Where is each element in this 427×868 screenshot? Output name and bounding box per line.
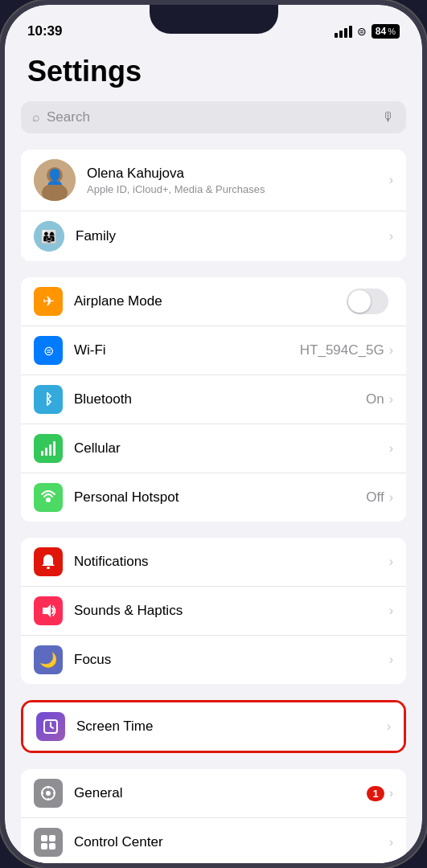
svg-rect-24 — [41, 843, 47, 850]
bluetooth-icon: ᛒ — [34, 385, 63, 414]
wifi-value: HT_594C_5G — [300, 342, 384, 358]
cellular-label: Cellular — [74, 440, 389, 457]
svg-point-10 — [46, 497, 51, 502]
phone-frame: 10:39 ⊜ 84 % Settings ⌕ S — [0, 0, 427, 868]
svg-marker-12 — [43, 604, 51, 617]
screen-time-label: Screen Time — [76, 719, 387, 735]
svg-rect-11 — [47, 567, 50, 569]
wifi-label: Wi-Fi — [74, 342, 300, 358]
svg-point-17 — [46, 791, 51, 796]
general-label: General — [74, 785, 367, 801]
network-group: ✈ Airplane Mode ⊜ Wi-Fi HT_594C_5G › — [21, 277, 406, 522]
general-badge: 1 — [367, 786, 384, 801]
wifi-row[interactable]: ⊜ Wi-Fi HT_594C_5G › — [21, 326, 406, 375]
profile-row[interactable]: 👤 Olena Kahujova Apple ID, iCloud+, Medi… — [21, 149, 406, 211]
battery-level: 84 — [376, 26, 386, 37]
sounds-icon — [34, 596, 63, 625]
control-center-row[interactable]: Control Center › — [21, 818, 406, 863]
general-group: General 1 › Control Center — [21, 769, 406, 863]
signal-bar-3 — [344, 28, 347, 38]
family-row[interactable]: 👨‍👩‍👧 Family › — [21, 211, 406, 261]
hotspot-chevron-icon: › — [389, 490, 393, 505]
focus-row[interactable]: 🌙 Focus › — [21, 636, 406, 684]
svg-rect-7 — [45, 448, 47, 456]
profile-name: Olena Kahujova — [87, 166, 389, 182]
status-time: 10:39 — [27, 23, 62, 39]
focus-chevron-icon: › — [389, 653, 393, 667]
wifi-chevron-icon: › — [389, 343, 393, 358]
search-placeholder: Search — [47, 109, 376, 125]
bluetooth-chevron-icon: › — [389, 392, 393, 407]
family-chevron-icon: › — [389, 229, 393, 244]
svg-line-15 — [51, 727, 53, 728]
screen-time-row[interactable]: Screen Time › — [23, 702, 404, 751]
search-icon: ⌕ — [32, 110, 40, 125]
screen-time-group: Screen Time › — [23, 702, 404, 751]
status-icons: ⊜ 84 % — [335, 24, 400, 39]
airplane-mode-icon: ✈ — [34, 287, 63, 316]
family-label: Family — [76, 228, 389, 244]
svg-rect-23 — [49, 835, 55, 841]
screen-time-wrapper: Screen Time › — [21, 700, 406, 753]
avatar: 👤 — [34, 159, 76, 201]
screen-time-chevron-icon: › — [387, 719, 391, 734]
notifications-row[interactable]: Notifications › — [21, 538, 406, 587]
bluetooth-row[interactable]: ᛒ Bluetooth On › — [21, 375, 406, 424]
profile-chevron-icon: › — [389, 173, 393, 187]
sounds-row[interactable]: Sounds & Haptics › — [21, 587, 406, 636]
svg-rect-6 — [41, 451, 43, 456]
bluetooth-value: On — [366, 391, 384, 407]
airplane-mode-label: Airplane Mode — [74, 293, 347, 309]
signal-bars-icon — [335, 26, 352, 38]
focus-icon: 🌙 — [34, 645, 63, 674]
personal-hotspot-row[interactable]: Personal Hotspot Off › — [21, 473, 406, 522]
svg-text:👨‍👩‍👧: 👨‍👩‍👧 — [41, 229, 57, 244]
svg-text:👤: 👤 — [46, 168, 64, 186]
control-center-chevron-icon: › — [389, 835, 393, 850]
general-row[interactable]: General 1 › — [21, 769, 406, 818]
airplane-mode-toggle[interactable] — [347, 289, 388, 314]
sounds-chevron-icon: › — [389, 604, 393, 618]
signal-bar-2 — [339, 31, 343, 38]
cellular-chevron-icon: › — [389, 441, 393, 456]
general-icon — [34, 779, 63, 808]
cellular-icon — [34, 434, 63, 463]
microphone-icon[interactable]: 🎙 — [382, 110, 395, 125]
phone-screen: 10:39 ⊜ 84 % Settings ⌕ S — [5, 5, 422, 863]
profile-info: Olena Kahujova Apple ID, iCloud+, Media … — [87, 166, 389, 195]
signal-bar-1 — [335, 33, 338, 38]
cellular-row[interactable]: Cellular › — [21, 424, 406, 473]
svg-rect-25 — [49, 843, 55, 850]
profile-subtitle: Apple ID, iCloud+, Media & Purchases — [87, 183, 389, 195]
battery-percent-sign: % — [388, 27, 396, 36]
sounds-label: Sounds & Haptics — [74, 603, 389, 619]
hotspot-value: Off — [366, 489, 384, 506]
svg-rect-22 — [41, 835, 47, 841]
notch — [150, 5, 278, 34]
airplane-mode-row[interactable]: ✈ Airplane Mode — [21, 277, 406, 326]
personal-hotspot-icon — [34, 483, 63, 512]
main-content: Settings ⌕ Search 🎙 👤 — [5, 47, 422, 863]
notifications-chevron-icon: › — [389, 555, 393, 569]
page-title: Settings — [27, 55, 406, 88]
control-center-icon — [34, 828, 63, 857]
family-avatar: 👨‍👩‍👧 — [34, 221, 64, 252]
hotspot-label: Personal Hotspot — [74, 489, 366, 506]
bluetooth-label: Bluetooth — [74, 391, 366, 407]
focus-label: Focus — [74, 652, 389, 668]
notifications-icon — [34, 547, 63, 576]
battery-icon: 84 % — [372, 24, 400, 39]
control-center-label: Control Center — [74, 834, 389, 850]
profile-group: 👤 Olena Kahujova Apple ID, iCloud+, Medi… — [21, 149, 406, 261]
notifications-group: Notifications › Sounds & Haptics › — [21, 538, 406, 684]
signal-bar-4 — [349, 26, 352, 38]
search-bar[interactable]: ⌕ Search 🎙 — [21, 101, 406, 133]
screen-time-icon — [36, 712, 65, 741]
wifi-status-icon: ⊜ — [357, 25, 367, 38]
wifi-icon: ⊜ — [34, 336, 63, 365]
svg-rect-8 — [49, 444, 51, 456]
svg-rect-9 — [53, 441, 55, 456]
notifications-label: Notifications — [74, 554, 389, 570]
toggle-knob — [348, 290, 371, 313]
general-chevron-icon: › — [389, 786, 393, 800]
